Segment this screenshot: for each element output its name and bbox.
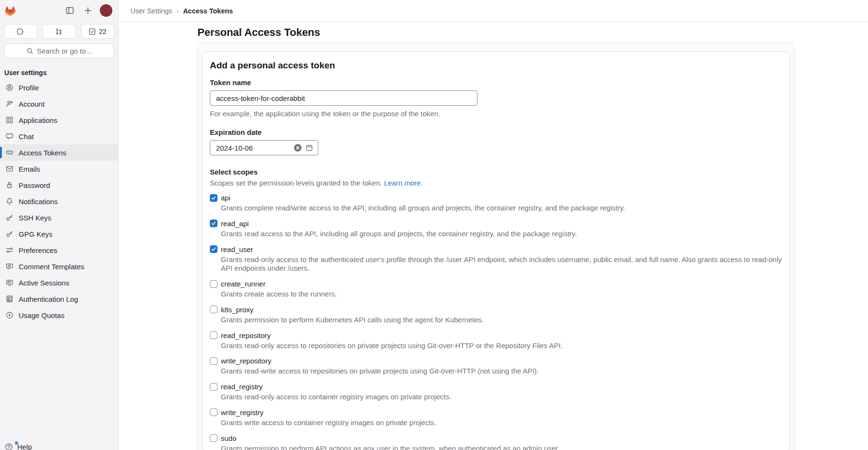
token-name-help: For example, the application using the t… [210,110,782,118]
token-name-label: Token name [210,78,782,87]
breadcrumb: User Settings › Access Tokens [119,0,868,22]
sidebar-toggle-icon[interactable] [65,6,74,15]
calendar-icon[interactable] [305,144,313,152]
expiration-date-input[interactable]: 2024-10-06 [210,140,318,155]
sidebar-item-preferences[interactable]: Preferences [0,242,118,258]
sidebar-section-label: User settings [0,58,118,79]
todo-count: 22 [99,28,107,35]
scope-label[interactable]: api [221,194,230,202]
scope-description: Grants create access to the runners. [221,290,782,299]
search-icon [26,47,33,55]
gauge-icon [6,311,13,319]
scope-checkbox[interactable] [210,331,217,339]
scope-label[interactable]: read_registry [221,383,263,391]
scope-label[interactable]: read_user [221,245,253,253]
bell-icon [6,198,13,205]
scope-description: Grants complete read/write access to the… [221,204,782,213]
scope-label[interactable]: create_runner [221,280,265,288]
sidebar-item-gpg-keys[interactable]: GPG Keys [0,226,118,242]
sidebar-item-account[interactable]: Account [0,96,118,112]
scope-label[interactable]: read_api [221,220,249,228]
learn-more-link[interactable]: Learn more. [384,179,423,187]
scope-description: Grants permission to perform Kubernetes … [221,316,782,325]
profile-icon [6,84,13,91]
issues-shortcut-button[interactable] [4,24,37,39]
scope-label[interactable]: read_repository [221,331,271,340]
sidebar-item-authentication-log[interactable]: Authentication Log [0,291,118,307]
token-icon [6,149,13,156]
sliders-icon [6,246,13,254]
check-icon [211,220,217,226]
merge-request-icon [55,28,63,35]
help-button[interactable]: Help [5,443,32,450]
scope-row: sudo Grants permission to perform API ac… [210,434,782,450]
scope-description: Grants read access to the API, including… [221,230,782,239]
scope-description: Grants read-only access to container reg… [221,393,782,402]
scope-checkbox[interactable] [210,306,217,313]
sidebar-item-emails[interactable]: Emails [0,161,118,177]
key-icon [6,230,13,238]
page-title: Personal Access Tokens [197,26,868,39]
scope-row: create_runner Grants create access to th… [210,280,782,299]
scope-row: read_api Grants read access to the API, … [210,220,782,239]
avatar[interactable] [100,4,112,17]
search-input[interactable]: Search or go to... [4,44,114,58]
scope-checkbox[interactable] [210,220,217,227]
create-new-icon[interactable] [84,6,92,15]
scope-row: read_user Grants read-only access to the… [210,245,782,274]
scope-checkbox[interactable] [210,245,217,253]
sidebar-item-ssh-keys[interactable]: SSH Keys [0,209,118,226]
check-icon [211,246,217,252]
scope-description: Grants read-only access to the authentic… [221,255,782,274]
scope-description: Grants permission to perform API actions… [221,444,782,450]
scope-checkbox[interactable] [210,408,217,416]
breadcrumb-current: Access Tokens [183,7,233,15]
scope-row: read_registry Grants read-only access to… [210,383,782,402]
issues-icon [17,28,24,35]
sidebar-item-usage-quotas[interactable]: Usage Quotas [0,307,118,323]
sidebar-item-profile[interactable]: Profile [0,79,118,96]
clear-date-icon[interactable] [293,143,302,152]
sidebar-item-applications[interactable]: Applications [0,112,118,128]
scope-row: api Grants complete read/write access to… [210,194,782,213]
expiration-date-label: Expiration date [210,128,782,136]
scope-row: write_registry Grants write access to co… [210,408,782,428]
token-name-input[interactable] [210,90,477,106]
scope-label[interactable]: write_registry [221,408,263,417]
card-title: Add a personal access token [210,60,782,71]
email-icon [6,165,13,173]
sidebar-item-access-tokens[interactable]: Access Tokens [0,144,118,161]
merge-requests-shortcut-button[interactable] [42,24,76,39]
shortcut-pills: 22 [0,21,118,39]
comment-icon [6,263,13,270]
scope-checkbox[interactable] [210,357,217,365]
add-token-card: Add a personal access token Token name F… [202,51,790,450]
scope-label[interactable]: k8s_proxy [221,306,253,314]
gitlab-logo[interactable] [4,4,17,17]
search-placeholder: Search or go to... [37,47,92,55]
account-icon [6,100,13,108]
scope-label[interactable]: sudo [221,434,237,442]
todos-shortcut-button[interactable]: 22 [81,24,114,39]
main-content: User Settings › Access Tokens Personal A… [119,0,868,450]
scope-row: write_repository Grants read-write acces… [210,357,782,376]
scope-checkbox[interactable] [210,194,217,202]
breadcrumb-user-settings[interactable]: User Settings [130,7,172,15]
scope-description: Grants read-write access to repositories… [221,367,782,376]
scope-checkbox[interactable] [210,383,217,391]
sidebar-item-password[interactable]: Password [0,177,118,193]
expiration-date-value: 2024-10-06 [216,144,253,152]
scope-checkbox[interactable] [210,280,217,288]
sidebar-item-chat[interactable]: Chat [0,128,118,144]
sidebar-item-notifications[interactable]: Notifications [0,193,118,209]
sidebar-topbar [0,0,118,21]
sidebar-item-active-sessions[interactable]: Active Sessions [0,274,118,291]
sidebar: 22 Search or go to... User settings Prof… [0,0,119,450]
help-notification-dot [15,441,18,445]
key-icon [6,214,13,221]
sidebar-item-comment-templates[interactable]: Comment Templates [0,258,118,274]
scope-label[interactable]: write_repository [221,357,271,365]
scope-description: Grants write access to container registr… [221,418,782,428]
active-indicator [0,147,2,158]
scope-checkbox[interactable] [210,434,217,442]
